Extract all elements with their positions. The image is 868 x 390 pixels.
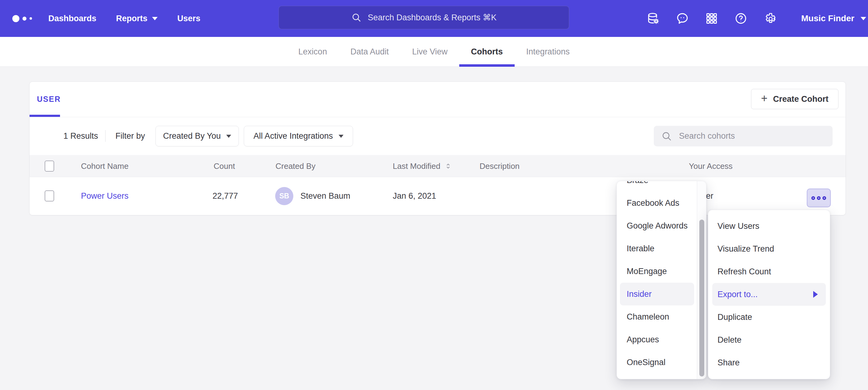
- nav-item-reports[interactable]: Reports: [116, 14, 158, 23]
- tab-label: Live View: [412, 47, 447, 57]
- menu-item-refresh-count[interactable]: Refresh Count: [708, 260, 830, 283]
- chevron-down-icon: [339, 135, 343, 138]
- mixpanel-logo-icon[interactable]: [12, 0, 32, 37]
- data-management-icon[interactable]: [646, 12, 660, 25]
- menu-item-braze[interactable]: Braze: [617, 181, 697, 192]
- search-icon: [351, 12, 362, 23]
- create-cohort-button[interactable]: + Create Cohort: [751, 89, 838, 109]
- more-dots-icon: [823, 196, 826, 200]
- integrations-filter-value: All Active Integrations: [253, 131, 333, 141]
- menu-item-delete[interactable]: Delete: [708, 328, 830, 351]
- nav-item-label: Reports: [116, 14, 148, 23]
- select-all-checkbox[interactable]: [44, 161, 54, 172]
- cohort-search-box: [654, 126, 833, 147]
- column-label: Description: [479, 161, 520, 171]
- column-label: Last Modified: [393, 161, 440, 171]
- section-tab-bar: Lexicon Data Audit Live View Cohorts Int…: [0, 37, 868, 67]
- nav-item-users[interactable]: Users: [177, 14, 200, 23]
- cohorts-card: USER + Create Cohort 1 Results Filter by…: [29, 82, 846, 215]
- scrollbar-track[interactable]: [697, 181, 706, 379]
- menu-item-visualize-trend[interactable]: Visualize Trend: [708, 237, 830, 260]
- menu-item-label: Export to...: [717, 290, 758, 299]
- row-actions-button[interactable]: [807, 189, 831, 207]
- column-header-description[interactable]: Description: [479, 155, 520, 177]
- menu-item-moengage[interactable]: MoEngage: [617, 260, 697, 283]
- top-nav-right: Music Finder: [646, 0, 866, 37]
- tab-user-cohorts[interactable]: USER: [37, 82, 61, 116]
- created-by-filter-value: Created By You: [163, 131, 221, 141]
- cohort-search-input[interactable]: [678, 131, 827, 141]
- settings-gear-icon[interactable]: [763, 12, 777, 25]
- help-icon[interactable]: [734, 12, 748, 25]
- created-by-filter-dropdown[interactable]: Created By You: [155, 126, 239, 147]
- table-row: Power Users 22,777 SB Steven Baum Jan 6,…: [30, 177, 845, 215]
- sort-icon[interactable]: [444, 162, 452, 170]
- column-label: Your Access: [689, 161, 733, 171]
- divider: [30, 117, 845, 117]
- menu-item-export-to[interactable]: Export to...: [712, 283, 826, 306]
- user-tab-active-underline: [30, 115, 60, 117]
- top-nav-bar: Dashboards Reports Users Search Dashboar…: [0, 0, 868, 37]
- cohort-name-link[interactable]: Power Users: [81, 177, 129, 215]
- chevron-down-icon: [861, 17, 866, 20]
- tab-integrations[interactable]: Integrations: [515, 37, 582, 66]
- tab-label: Data Audit: [350, 47, 389, 57]
- tab-label: Lexicon: [298, 47, 327, 57]
- nav-item-dashboards[interactable]: Dashboards: [48, 14, 96, 23]
- filter-by-label: Filter by: [116, 117, 145, 155]
- row-actions-menu: View Users Visualize Trend Refresh Count…: [708, 210, 830, 379]
- export-destinations-list: Braze Facebook Ads Google Adwords Iterab…: [617, 181, 697, 374]
- project-switcher[interactable]: Music Finder: [801, 13, 866, 23]
- table-header-row: Cohort Name Count Created By Last Modifi…: [30, 155, 845, 177]
- tab-cohorts[interactable]: Cohorts: [459, 37, 515, 66]
- user-tab-label: USER: [37, 95, 61, 104]
- submenu-arrow-icon: [813, 291, 818, 298]
- export-destinations-menu: Braze Facebook Ads Google Adwords Iterab…: [617, 181, 706, 379]
- logo-dot-small: [30, 17, 32, 20]
- column-label: Created By: [276, 161, 315, 171]
- results-count: 1 Results: [63, 117, 98, 155]
- more-dots-icon: [817, 196, 820, 200]
- nav-item-label: Users: [177, 14, 200, 23]
- chevron-down-icon: [152, 17, 158, 20]
- global-search-placeholder: Search Dashboards & Reports ⌘K: [368, 12, 497, 23]
- plus-icon: +: [761, 93, 767, 104]
- tab-data-audit[interactable]: Data Audit: [339, 37, 400, 66]
- global-search-bar[interactable]: Search Dashboards & Reports ⌘K: [279, 6, 569, 29]
- menu-item-onesignal[interactable]: OneSignal: [617, 351, 697, 374]
- menu-item-insider[interactable]: Insider: [620, 283, 694, 305]
- column-header-created-by[interactable]: Created By: [276, 155, 315, 177]
- menu-item-duplicate[interactable]: Duplicate: [708, 306, 830, 328]
- menu-item-facebook-ads[interactable]: Facebook Ads: [617, 192, 697, 215]
- top-nav-links: Dashboards Reports Users: [48, 0, 200, 37]
- tab-lexicon[interactable]: Lexicon: [286, 37, 339, 66]
- row-checkbox[interactable]: [44, 190, 54, 201]
- nav-item-label: Dashboards: [48, 14, 96, 23]
- avatar: SB: [275, 187, 293, 205]
- column-header-last-modified[interactable]: Last Modified: [393, 155, 452, 177]
- project-name: Music Finder: [801, 13, 855, 23]
- column-label: Count: [214, 161, 235, 171]
- created-by-value: Steven Baum: [301, 177, 350, 215]
- tab-live-view[interactable]: Live View: [400, 37, 459, 66]
- menu-item-appcues[interactable]: Appcues: [617, 328, 697, 351]
- divider: [105, 130, 105, 142]
- apps-grid-icon[interactable]: [705, 12, 718, 25]
- tab-label: Cohorts: [471, 47, 503, 57]
- column-header-cohort-name[interactable]: Cohort Name: [81, 155, 129, 177]
- column-label: Cohort Name: [81, 161, 129, 171]
- cohort-count: 22,777: [162, 177, 238, 215]
- menu-item-iterable[interactable]: Iterable: [617, 237, 697, 260]
- menu-item-view-users[interactable]: View Users: [708, 215, 830, 237]
- column-header-your-access[interactable]: Your Access: [689, 155, 733, 177]
- integrations-filter-dropdown[interactable]: All Active Integrations: [244, 126, 353, 147]
- column-header-count[interactable]: Count: [214, 155, 235, 177]
- menu-item-google-adwords[interactable]: Google Adwords: [617, 215, 697, 237]
- scrollbar-thumb[interactable]: [699, 220, 704, 377]
- more-dots-icon: [811, 196, 815, 200]
- menu-item-chameleon[interactable]: Chameleon: [617, 305, 697, 328]
- search-icon: [661, 131, 672, 142]
- feedback-icon[interactable]: [676, 12, 689, 25]
- menu-item-share[interactable]: Share: [708, 351, 830, 374]
- create-cohort-label: Create Cohort: [773, 94, 829, 104]
